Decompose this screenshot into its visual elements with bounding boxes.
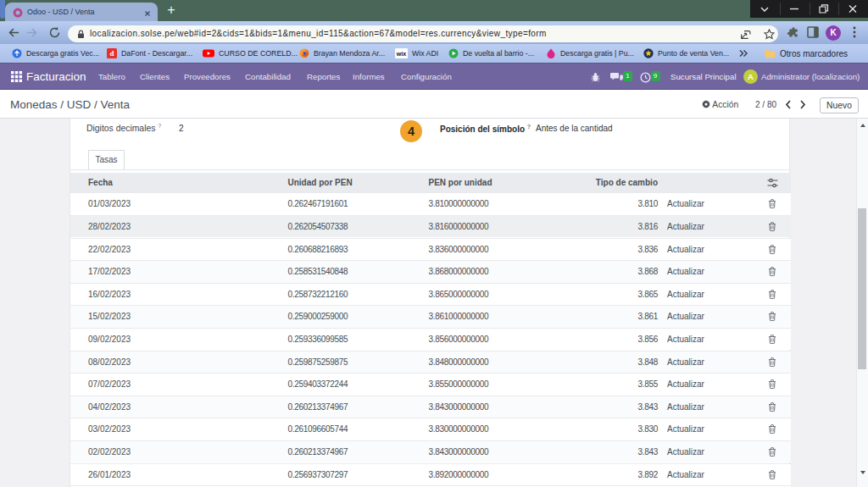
svg-text:d: d bbox=[109, 49, 114, 58]
svg-text:wix: wix bbox=[396, 51, 406, 57]
